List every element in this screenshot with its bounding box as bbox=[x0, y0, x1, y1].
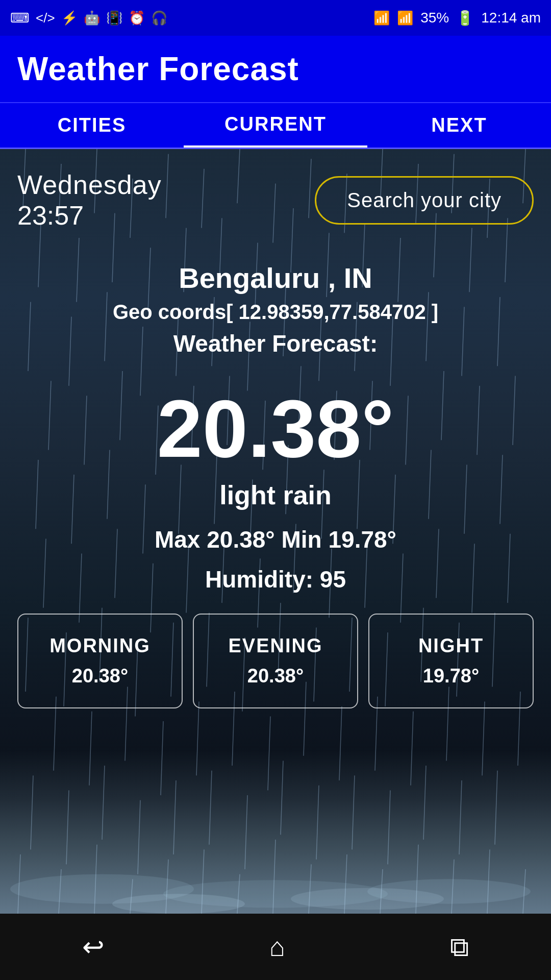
tab-next[interactable]: NEXT bbox=[367, 103, 551, 148]
tab-cities[interactable]: CITIES bbox=[0, 103, 184, 148]
datetime-block: Wednesday 23:57 bbox=[17, 169, 162, 231]
bottom-nav: ↩ ⌂ ⧉ bbox=[0, 914, 551, 980]
evening-temp: 20.38° bbox=[204, 665, 347, 687]
usb-icon: ⚡ bbox=[61, 10, 78, 26]
audio-icon: 🎧 bbox=[151, 10, 167, 26]
back-button[interactable]: ↩ bbox=[82, 932, 105, 962]
city-name: Bengaluru , IN bbox=[17, 261, 534, 295]
temperature-display: 20.38° bbox=[17, 388, 534, 470]
recent-apps-button[interactable]: ⧉ bbox=[450, 932, 469, 963]
signal-icon-1: 📶 bbox=[373, 10, 390, 26]
evening-card: EVENING 20.38° bbox=[193, 614, 358, 708]
temperature-value: 20.38° bbox=[17, 388, 534, 470]
city-info: Bengaluru , IN Geo coords[ 12.98359,77.5… bbox=[17, 261, 534, 357]
geo-coords: Geo coords[ 12.98359,77.584702 ] bbox=[17, 301, 534, 324]
max-min-temp: Max 20.38° Min 19.78° bbox=[17, 526, 534, 553]
search-city-button[interactable]: Search your city bbox=[315, 176, 534, 225]
home-icon: ⌂ bbox=[269, 932, 285, 962]
morning-temp: 20.38° bbox=[29, 665, 171, 687]
day-label: Wednesday bbox=[17, 169, 162, 200]
home-button[interactable]: ⌂ bbox=[269, 932, 285, 962]
night-temp: 19.78° bbox=[380, 665, 522, 687]
main-content: Wednesday 23:57 Search your city Bengalu… bbox=[0, 149, 551, 914]
android-icon: 🤖 bbox=[84, 10, 100, 26]
tab-bar: CITIES CURRENT NEXT bbox=[0, 103, 551, 149]
morning-card: MORNING 20.38° bbox=[17, 614, 183, 708]
back-icon: ↩ bbox=[82, 932, 105, 962]
dev-icon-1: ⌨ bbox=[10, 10, 30, 26]
dev-icon-2: </> bbox=[36, 10, 55, 26]
forecast-label: Weather Forecast: bbox=[17, 330, 534, 357]
status-bar: ⌨ </> ⚡ 🤖 📳 ⏰ 🎧 📶 📶 35% 🔋 12:14 am bbox=[0, 0, 551, 36]
battery-icon: 🔋 bbox=[456, 10, 474, 27]
time-of-day-cards: MORNING 20.38° EVENING 20.38° NIGHT 19.7… bbox=[12, 614, 539, 708]
time-label: 23:57 bbox=[17, 200, 162, 231]
signal-icon-2: 📶 bbox=[397, 10, 413, 26]
alarm-icon: ⏰ bbox=[129, 10, 145, 26]
app-title: Weather Forecast bbox=[17, 50, 534, 88]
night-label: NIGHT bbox=[380, 635, 522, 657]
tab-current[interactable]: CURRENT bbox=[184, 103, 367, 148]
humidity: Humidity: 95 bbox=[17, 566, 534, 593]
battery-level: 35% bbox=[420, 10, 449, 26]
recent-icon: ⧉ bbox=[450, 932, 469, 963]
search-button-label: Search your city bbox=[347, 189, 502, 211]
evening-label: EVENING bbox=[204, 635, 347, 657]
night-card: NIGHT 19.78° bbox=[368, 614, 534, 708]
top-row: Wednesday 23:57 Search your city bbox=[17, 169, 534, 231]
weather-condition: light rain bbox=[17, 480, 534, 510]
morning-label: MORNING bbox=[29, 635, 171, 657]
app-header: Weather Forecast bbox=[0, 36, 551, 103]
vibrate-icon: 📳 bbox=[106, 10, 122, 26]
content-overlay: Wednesday 23:57 Search your city Bengalu… bbox=[0, 149, 551, 914]
clock: 12:14 am bbox=[481, 10, 541, 26]
